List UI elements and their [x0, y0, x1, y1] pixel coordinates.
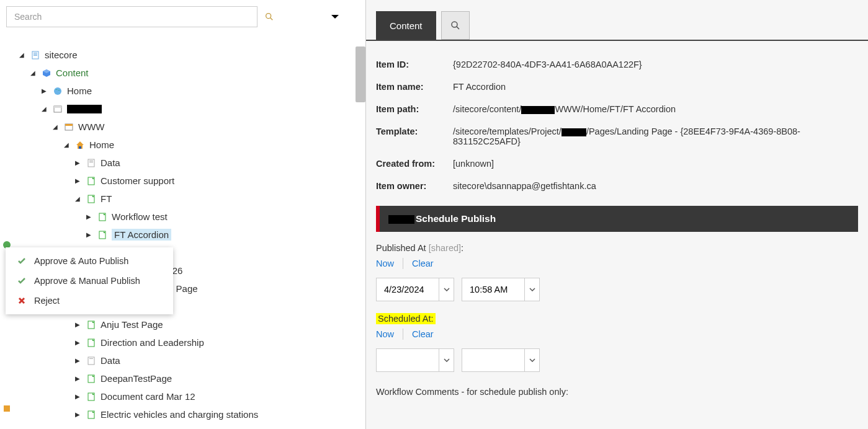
tree-node-customer-support[interactable]: ▶ Customer support	[73, 172, 365, 190]
svg-rect-22	[88, 357, 94, 365]
expand-icon[interactable]: ▶	[73, 321, 82, 328]
date-input[interactable]	[377, 278, 439, 301]
expand-icon[interactable]: ▶	[73, 393, 82, 400]
context-approve-auto[interactable]: Approve & Auto Publish	[6, 251, 173, 271]
node-label: Electric vehicles and charging stations	[101, 409, 258, 420]
node-label: Customer support	[101, 175, 174, 186]
tree-node-ft-accordion[interactable]: ▶ FT Accordion	[84, 226, 365, 244]
section-schedule-publish[interactable]: Schedule Publish	[376, 206, 858, 232]
tree-node-ev[interactable]: ▶ Electric vehicles and charging station…	[73, 405, 365, 423]
collapse-icon[interactable]: ◢	[51, 123, 60, 130]
time-picker[interactable]	[462, 348, 540, 372]
value: /sitecore/templates/Project//Pages/Landi…	[453, 126, 858, 146]
time-input[interactable]	[462, 349, 524, 371]
ctx-label: Approve & Auto Publish	[34, 256, 128, 266]
svg-rect-28	[4, 405, 10, 412]
window-icon	[52, 104, 63, 115]
tree-node-content[interactable]: ◢ Content ▶	[29, 64, 365, 423]
scrollbar[interactable]	[356, 46, 365, 102]
gutter-edit-icon[interactable]	[2, 404, 11, 413]
cross-icon	[16, 296, 28, 306]
node-label: FT Accordion	[112, 229, 171, 241]
date-picker[interactable]	[376, 348, 454, 372]
now-link[interactable]: Now	[376, 329, 403, 339]
expand-icon[interactable]: ▶	[73, 339, 82, 346]
expand-icon[interactable]: ▶	[73, 411, 82, 418]
svg-rect-11	[79, 146, 81, 149]
clear-link[interactable]: Clear	[403, 259, 442, 268]
date-dropdown[interactable]	[439, 349, 454, 371]
shared: [shared]	[429, 243, 461, 253]
date-input[interactable]	[377, 349, 439, 371]
tree-node-data[interactable]: ▶ Data	[73, 154, 365, 172]
path-post: WWW/Home/FT/FT Accordion	[555, 104, 676, 114]
node-label: sitecore	[45, 50, 78, 60]
svg-point-6	[54, 87, 61, 95]
tree-node-sitecore[interactable]: ◢ sitecore ◢ Content	[17, 46, 365, 423]
chevron-down-icon	[444, 288, 450, 291]
label: Item ID:	[376, 60, 453, 69]
scheduled-at-inputs	[376, 348, 858, 372]
tree-node-data2[interactable]: ▶ Data	[73, 352, 365, 369]
svg-rect-14	[89, 162, 93, 162]
value: [unknown]	[453, 159, 494, 169]
expand-icon[interactable]: ▶	[73, 375, 82, 382]
expand-icon[interactable]: ▶	[84, 231, 93, 238]
collapse-icon[interactable]: ◢	[29, 69, 37, 76]
search-input[interactable]	[7, 7, 257, 27]
chevron-down-icon	[529, 288, 535, 291]
search-button[interactable]	[261, 12, 277, 22]
tree-node-doc-card[interactable]: ▶ Document card Mar 12	[73, 387, 365, 405]
path-pre: /sitecore/content/	[453, 104, 521, 114]
clear-link[interactable]: Clear	[403, 329, 442, 339]
search-wrap	[6, 6, 257, 27]
search-dropdown[interactable]	[320, 14, 351, 19]
tab-search[interactable]	[441, 11, 470, 40]
svg-rect-3	[34, 53, 37, 53]
details-panel: Item ID: {92D22702-840A-4DF3-AA41-6A68A0…	[366, 41, 868, 429]
page-icon	[86, 355, 97, 366]
date-dropdown[interactable]	[439, 278, 454, 301]
expand-icon[interactable]: ▶	[73, 177, 82, 184]
expand-icon[interactable]: ▶	[40, 87, 48, 94]
published-at-inputs	[376, 278, 858, 301]
time-picker[interactable]	[462, 278, 540, 301]
expand-icon[interactable]: ▶	[84, 213, 93, 220]
workflow-comments-label: Workflow Comments - for schedule publish…	[376, 387, 858, 397]
tree-node-workflow-test[interactable]: ▶ Workflow test	[84, 208, 365, 226]
tree-node-direction[interactable]: ▶ Direction and Leadership	[73, 334, 365, 352]
tree-node-home[interactable]: ▶ Home	[40, 82, 365, 100]
collapse-icon[interactable]: ◢	[73, 195, 82, 202]
now-link[interactable]: Now	[376, 259, 403, 268]
tab-content[interactable]: Content	[376, 11, 436, 40]
time-input[interactable]	[462, 278, 524, 301]
colon: :	[461, 243, 463, 253]
svg-rect-12	[88, 159, 94, 167]
collapse-icon[interactable]: ◢	[17, 51, 26, 58]
svg-rect-10	[65, 124, 73, 126]
value: /sitecore/content/WWW/Home/FT/FT Accordi…	[453, 104, 676, 114]
context-reject[interactable]: Reject	[6, 291, 173, 311]
context-approve-manual[interactable]: Approve & Manual Publish	[6, 271, 173, 291]
cube-icon	[41, 68, 52, 79]
expand-icon[interactable]: ▶	[73, 159, 82, 166]
svg-line-30	[456, 27, 459, 29]
redacted-label	[67, 105, 102, 113]
scheduled-at-label: Scheduled At:	[376, 314, 858, 324]
value: {92D22702-840A-4DF3-AA41-6A68A0AA122F}	[453, 60, 642, 69]
page-green-icon	[86, 337, 97, 348]
collapse-icon[interactable]: ◢	[40, 105, 48, 112]
expand-icon[interactable]: ▶	[73, 357, 82, 364]
page-green-icon	[97, 211, 108, 223]
ctx-label: Reject	[34, 296, 60, 306]
page-green-icon	[86, 175, 97, 187]
collapse-icon[interactable]: ◢	[62, 141, 71, 148]
time-dropdown[interactable]	[524, 278, 539, 301]
tree-node-anju[interactable]: ▶ Anju Test Page	[73, 316, 365, 334]
svg-rect-23	[89, 358, 93, 359]
tree-node-deepan[interactable]: ▶ DeepanTestPage	[73, 369, 365, 387]
right-panel: Content Item ID: {92D22702-840A-4DF3-AA4…	[366, 0, 868, 429]
node-label: FT	[101, 193, 112, 204]
time-dropdown[interactable]	[524, 349, 539, 371]
date-picker[interactable]	[376, 278, 454, 301]
